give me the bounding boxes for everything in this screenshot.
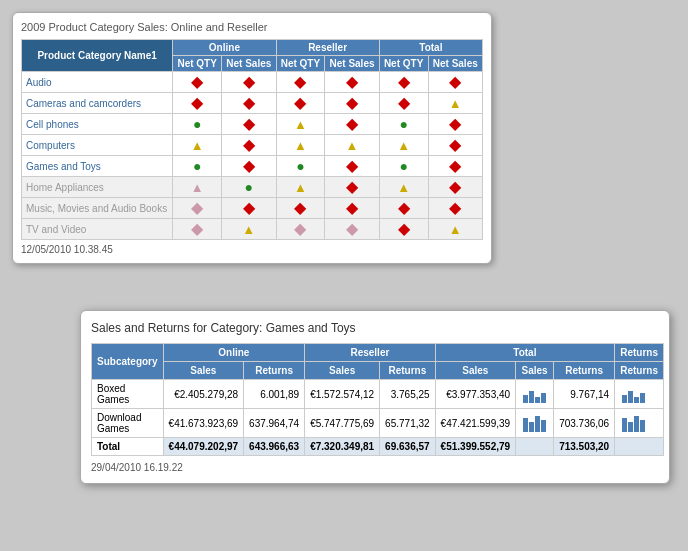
subcategory-name-0: Boxed Games	[92, 380, 164, 409]
bot-cell-r2-c1: 643.966,63	[244, 438, 305, 456]
cell-r3-c0: ▲	[173, 135, 222, 156]
category-name-3[interactable]: Computers	[22, 135, 173, 156]
top-panel: 2009 Product Category Sales: Online and …	[12, 12, 492, 264]
category-name-6[interactable]: Music, Movies and Audio Books	[22, 198, 173, 219]
cell-r3-c3: ▲	[325, 135, 379, 156]
cell-r4-c1: ◆	[222, 156, 276, 177]
b-sub-5: Sales	[516, 362, 554, 380]
bot-cell-r0-c1: 6.001,89	[244, 380, 305, 409]
sub-header-0: Net QTY	[173, 56, 222, 72]
cell-r7-c5: ▲	[428, 219, 482, 240]
b-sub-4: Sales	[435, 362, 516, 380]
online-header: Online	[173, 40, 276, 56]
cell-r4-c5: ◆	[428, 156, 482, 177]
bot-cell-r1-c7	[615, 409, 664, 438]
bot-cell-r0-c4: €3.977.353,40	[435, 380, 516, 409]
top-table: Product Category Name1 Online Reseller T…	[21, 39, 483, 240]
category-name-0[interactable]: Audio	[22, 72, 173, 93]
cell-r2-c5: ◆	[428, 114, 482, 135]
product-category-header: Product Category Name1	[22, 40, 173, 72]
total-header: Total	[379, 40, 482, 56]
cell-r5-c2: ▲	[276, 177, 325, 198]
cell-r4-c4: ●	[379, 156, 428, 177]
cell-r5-c1: ●	[222, 177, 276, 198]
bot-cell-r0-c3: 3.765,25	[380, 380, 436, 409]
cell-r6-c1: ◆	[222, 198, 276, 219]
b-sub-2: Sales	[305, 362, 380, 380]
bot-cell-r2-c4: €51.399.552,79	[435, 438, 516, 456]
cell-r0-c2: ◆	[276, 72, 325, 93]
mini-bar-chart-r1	[620, 414, 658, 432]
bot-cell-r2-c3: 69.636,57	[380, 438, 436, 456]
sub-header-2: Net QTY	[276, 56, 325, 72]
cell-r1-c3: ◆	[325, 93, 379, 114]
cell-r2-c3: ◆	[325, 114, 379, 135]
cell-r3-c2: ▲	[276, 135, 325, 156]
cell-r7-c4: ◆	[379, 219, 428, 240]
category-name-2[interactable]: Cell phones	[22, 114, 173, 135]
category-name-1[interactable]: Cameras and camcorders	[22, 93, 173, 114]
cell-r2-c4: ●	[379, 114, 428, 135]
mini-bar-chart-r0	[521, 385, 548, 403]
category-name-4[interactable]: Games and Toys	[22, 156, 173, 177]
cell-r6-c2: ◆	[276, 198, 325, 219]
cell-r6-c4: ◆	[379, 198, 428, 219]
cell-r1-c2: ◆	[276, 93, 325, 114]
cell-r6-c5: ◆	[428, 198, 482, 219]
cell-r1-c4: ◆	[379, 93, 428, 114]
subcategory-name-2: Total	[92, 438, 164, 456]
bot-cell-r0-c0: €2.405.279,28	[163, 380, 244, 409]
subcategory-name-1: Download Games	[92, 409, 164, 438]
bottom-online-header: Online	[163, 344, 305, 362]
cell-r3-c1: ◆	[222, 135, 276, 156]
bot-cell-r1-c0: €41.673.923,69	[163, 409, 244, 438]
sub-header-5: Net Sales	[428, 56, 482, 72]
bot-cell-r2-c5	[516, 438, 554, 456]
cell-r7-c0: ◆	[173, 219, 222, 240]
b-sub-0: Sales	[163, 362, 244, 380]
b-sub-3: Returns	[380, 362, 436, 380]
b-sub-6: Returns	[554, 362, 615, 380]
bot-cell-r1-c5	[516, 409, 554, 438]
cell-r4-c2: ●	[276, 156, 325, 177]
category-name-5[interactable]: Home Appliances	[22, 177, 173, 198]
cell-r7-c2: ◆	[276, 219, 325, 240]
bot-cell-r0-c5	[516, 380, 554, 409]
bottom-total-header: Total	[435, 344, 615, 362]
cell-r0-c3: ◆	[325, 72, 379, 93]
bottom-returns-header: Returns	[615, 344, 664, 362]
bot-cell-r2-c0: €44.079.202,97	[163, 438, 244, 456]
bot-cell-r2-c2: €7.320.349,81	[305, 438, 380, 456]
bot-cell-r1-c2: €5.747.775,69	[305, 409, 380, 438]
category-name-7[interactable]: TV and Video	[22, 219, 173, 240]
bot-cell-r1-c3: 65.771,32	[380, 409, 436, 438]
mini-bar-chart-r1	[521, 414, 548, 432]
bot-cell-r0-c2: €1.572.574,12	[305, 380, 380, 409]
reseller-header: Reseller	[276, 40, 379, 56]
b-sub-7: Returns	[615, 362, 664, 380]
cell-r0-c4: ◆	[379, 72, 428, 93]
bot-cell-r1-c1: 637.964,74	[244, 409, 305, 438]
cell-r5-c5: ◆	[428, 177, 482, 198]
cell-r1-c5: ▲	[428, 93, 482, 114]
bottom-timestamp: 29/04/2010 16.19.22	[91, 462, 659, 473]
bot-cell-r0-c7	[615, 380, 664, 409]
bot-cell-r1-c4: €47.421.599,39	[435, 409, 516, 438]
sub-header-3: Net Sales	[325, 56, 379, 72]
cell-r2-c2: ▲	[276, 114, 325, 135]
cell-r1-c1: ◆	[222, 93, 276, 114]
bottom-table: Subcategory Online Reseller Total Return…	[91, 343, 664, 456]
bot-cell-r1-c6: 703.736,06	[554, 409, 615, 438]
cell-r7-c1: ▲	[222, 219, 276, 240]
cell-r5-c0: ▲	[173, 177, 222, 198]
bot-cell-r2-c6: 713.503,20	[554, 438, 615, 456]
b-sub-1: Returns	[244, 362, 305, 380]
cell-r4-c3: ◆	[325, 156, 379, 177]
cell-r1-c0: ◆	[173, 93, 222, 114]
bottom-panel-title: Sales and Returns for Category: Games an…	[91, 321, 659, 335]
sub-header-1: Net Sales	[222, 56, 276, 72]
cell-r7-c3: ◆	[325, 219, 379, 240]
cell-r0-c0: ◆	[173, 72, 222, 93]
cell-r4-c0: ●	[173, 156, 222, 177]
top-timestamp: 12/05/2010 10.38.45	[21, 244, 483, 255]
